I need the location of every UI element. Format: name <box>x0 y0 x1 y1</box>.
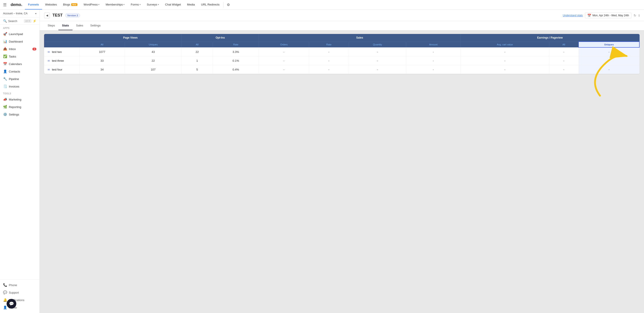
row-email-icon-2: ✉ <box>48 59 50 62</box>
col-sub-earn-uniques: Uniques <box>578 42 639 48</box>
col-sub-sales-rate: Rate <box>309 42 349 48</box>
sidebar: Account -- Irvine, CA ▾ 🔍 Search ctrl K … <box>0 10 40 313</box>
col-sub-sales-orders: Orders <box>259 42 309 48</box>
col-group-name <box>44 34 79 42</box>
row-opt-rate-1: 3.3% <box>213 48 259 56</box>
page-title: TEST <box>52 13 62 18</box>
row-email-icon-3: ✉ <box>48 68 50 71</box>
sidebar-item-dashboard[interactable]: 📊 Dashboard <box>0 38 40 45</box>
row-opt-all-2: 1 <box>182 56 213 65</box>
tab-sales[interactable]: Sales <box>72 21 87 30</box>
tab-steps[interactable]: Steps <box>44 21 58 30</box>
table-row: ✉ test four 34 107 5 0.4% - - - - - <box>44 65 639 74</box>
table-wrapper: Page Views Opt-Ins Sales Earnings / Page… <box>40 30 644 313</box>
sidebar-item-notifications[interactable]: 🔔 Notifications <box>0 296 40 304</box>
sidebar-item-contacts[interactable]: 👤 Contacts <box>0 68 40 75</box>
row-qty-3: - <box>349 65 406 74</box>
row-earn-uniques-3: - <box>578 65 639 74</box>
row-earn-all-2: - <box>549 56 579 65</box>
nav-urlredirects[interactable]: URL Redirects <box>198 0 222 10</box>
tab-stats[interactable]: Stats <box>58 21 72 30</box>
row-qty-1: - <box>349 48 406 56</box>
row-avg-1: - <box>460 48 549 56</box>
info-icon[interactable]: ℹ <box>638 14 640 17</box>
chat-bubble-icon: 💬 <box>9 301 14 306</box>
understand-stats-link[interactable]: Understand stats <box>563 14 583 17</box>
sidebar-item-profile[interactable]: 👤 Profile <box>0 304 40 311</box>
row-sales-rate-2: - <box>309 56 349 65</box>
chat-widget-bubble[interactable]: 💬 <box>6 299 16 308</box>
nav-media[interactable]: Media <box>184 0 198 10</box>
row-avg-2: - <box>460 56 549 65</box>
col-sub-opt-all: All <box>182 42 213 48</box>
refresh-icon[interactable]: ↻ <box>634 14 636 17</box>
logo: demo. <box>8 2 25 7</box>
inbox-icon: 📥 <box>3 47 7 51</box>
sidebar-item-reporting[interactable]: 🌿 Reporting <box>0 103 40 111</box>
search-bar[interactable]: 🔍 Search ctrl K ⚡ <box>0 18 40 25</box>
sidebar-item-calendars[interactable]: 📅 Calendars <box>0 60 40 68</box>
row-pv-all-1: 1077 <box>79 48 125 56</box>
main-layout: Account -- Irvine, CA ▾ 🔍 Search ctrl K … <box>0 10 644 313</box>
row-earn-all-1: - <box>549 48 579 56</box>
row-earn-all-3: - <box>549 65 579 74</box>
pipeline-label: Pipeline <box>9 77 19 81</box>
tabs-bar: Steps Stats Sales Settings <box>40 21 644 30</box>
row-pv-uniques-3: 107 <box>125 65 182 74</box>
table-row: ✉ test three 33 22 1 0.1% - - - - - <box>44 56 639 65</box>
invoices-label: Invoices <box>9 85 20 88</box>
launchpad-icon: 🚀 <box>3 32 7 36</box>
tools-section-label: Tools <box>0 90 40 96</box>
row-email-icon-1: ✉ <box>48 50 50 54</box>
version-badge: Version 2 <box>65 14 80 18</box>
notifications-icon: 🔔 <box>3 298 7 302</box>
nav-funnels[interactable]: Funnels <box>25 0 42 10</box>
account-selector[interactable]: Account -- Irvine, CA ▾ <box>0 10 40 18</box>
sidebar-item-support[interactable]: 💬 Support <box>0 289 40 296</box>
date-range-picker[interactable]: 📅 Mon, Apr 24th - Wed, May 24th <box>585 12 632 18</box>
profile-icon: 👤 <box>3 306 7 310</box>
nav-forms[interactable]: Forms ▾ <box>128 0 144 10</box>
search-label: Search <box>8 20 23 23</box>
row-orders-2: - <box>259 56 309 65</box>
apps-section-label: Apps <box>0 25 40 30</box>
row-sales-rate-1: - <box>309 48 349 56</box>
tab-settings[interactable]: Settings <box>87 21 104 30</box>
back-button[interactable]: ◀ <box>44 12 50 18</box>
row-qty-2: - <box>349 56 406 65</box>
hamburger-menu[interactable]: ☰ <box>2 1 8 8</box>
sidebar-item-pipeline[interactable]: 🔧 Pipeline <box>0 75 40 83</box>
col-group-pageviews: Page Views <box>79 34 182 42</box>
nav-websites[interactable]: Websites <box>42 0 60 10</box>
sidebar-item-settings[interactable]: ⚙️ Settings <box>0 111 40 118</box>
col-group-optins: Opt-Ins <box>182 34 259 42</box>
nav-wordpress[interactable]: WordPress ▾ <box>80 0 102 10</box>
nav-surveys[interactable]: Surveys ▾ <box>144 0 162 10</box>
row-opt-all-3: 5 <box>182 65 213 74</box>
nav-blogs[interactable]: Blogs New <box>60 0 80 10</box>
sidebar-item-tasks[interactable]: ✅ Tasks <box>0 53 40 60</box>
dashboard-icon: 📊 <box>3 40 7 44</box>
date-range-label: Mon, Apr 24th - Wed, May 24th <box>592 14 629 17</box>
sidebar-item-phone[interactable]: 📞 Phone <box>0 281 40 289</box>
nav-chatwidget[interactable]: Chat Widget <box>162 0 184 10</box>
sidebar-item-invoices[interactable]: 🗒️ Invoices <box>0 83 40 90</box>
row-opt-rate-3: 0.4% <box>213 65 259 74</box>
col-sub-name <box>44 42 79 48</box>
lightning-icon[interactable]: ⚡ <box>32 19 36 23</box>
table-row: ✉ test two 1077 43 22 3.3% - - - - - <box>44 48 639 56</box>
sidebar-item-marketing[interactable]: 📣 Marketing <box>0 96 40 103</box>
col-sub-pv-all: All <box>79 42 125 48</box>
sidebar-bottom: 📞 Phone 💬 Support 🔔 Notifications 👤 Prof… <box>0 279 40 313</box>
sidebar-item-launchpad[interactable]: 🚀 Launchpad <box>0 30 40 38</box>
tasks-icon: ✅ <box>3 54 7 58</box>
sidebar-item-inbox[interactable]: 📥 Inbox 1 <box>0 45 40 53</box>
col-sub-pv-uniques: Uniques <box>125 42 182 48</box>
contacts-label: Contacts <box>9 70 20 73</box>
nav-memberships[interactable]: Memberships ▾ <box>102 0 128 10</box>
settings-icon[interactable]: ⚙ <box>224 1 232 8</box>
row-amount-3: - <box>406 65 461 74</box>
row-label-1: test two <box>52 50 62 54</box>
col-sub-opt-rate: Rate <box>213 42 259 48</box>
row-label-2: test three <box>52 59 64 62</box>
